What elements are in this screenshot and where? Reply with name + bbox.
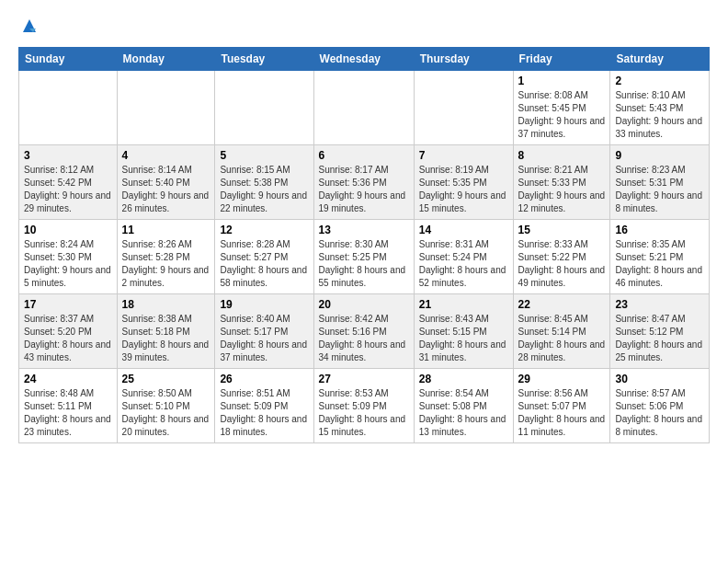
calendar-cell: 17Sunrise: 8:37 AMSunset: 5:20 PMDayligh… — [19, 293, 118, 368]
day-info: Sunrise: 8:57 AMSunset: 5:06 PMDaylight:… — [615, 387, 704, 439]
calendar-cell: 3Sunrise: 8:12 AMSunset: 5:42 PMDaylight… — [19, 144, 118, 219]
day-info: Sunrise: 8:12 AMSunset: 5:42 PMDaylight:… — [24, 164, 112, 215]
day-info: Sunrise: 8:15 AMSunset: 5:38 PMDaylight:… — [220, 164, 308, 215]
day-number: 6 — [319, 149, 409, 162]
calendar-cell — [215, 70, 313, 144]
calendar-cell: 18Sunrise: 8:38 AMSunset: 5:18 PMDayligh… — [117, 293, 215, 368]
calendar-cell: 14Sunrise: 8:31 AMSunset: 5:24 PMDayligh… — [414, 219, 513, 293]
day-number: 25 — [122, 373, 210, 385]
calendar-cell: 10Sunrise: 8:24 AMSunset: 5:30 PMDayligh… — [19, 219, 118, 293]
day-info: Sunrise: 8:43 AMSunset: 5:15 PMDaylight:… — [419, 313, 508, 364]
day-number: 15 — [518, 224, 606, 236]
calendar-cell: 20Sunrise: 8:42 AMSunset: 5:16 PMDayligh… — [313, 293, 414, 368]
day-info: Sunrise: 8:31 AMSunset: 5:24 PMDaylight:… — [419, 238, 508, 290]
week-row-3: 10Sunrise: 8:24 AMSunset: 5:30 PMDayligh… — [19, 219, 710, 293]
weekday-header-sunday: Sunday — [19, 47, 118, 70]
day-info: Sunrise: 8:17 AMSunset: 5:36 PMDaylight:… — [319, 164, 409, 215]
calendar-cell: 27Sunrise: 8:53 AMSunset: 5:09 PMDayligh… — [313, 368, 414, 442]
day-number: 5 — [220, 149, 308, 162]
day-info: Sunrise: 8:37 AMSunset: 5:20 PMDaylight:… — [24, 313, 112, 364]
weekday-header-row: SundayMondayTuesdayWednesdayThursdayFrid… — [19, 47, 710, 70]
calendar-cell: 11Sunrise: 8:26 AMSunset: 5:28 PMDayligh… — [117, 219, 215, 293]
calendar-cell: 8Sunrise: 8:21 AMSunset: 5:33 PMDaylight… — [513, 144, 610, 219]
week-row-1: 1Sunrise: 8:08 AMSunset: 5:45 PMDaylight… — [19, 70, 710, 144]
calendar-cell: 19Sunrise: 8:40 AMSunset: 5:17 PMDayligh… — [215, 293, 313, 368]
weekday-header-wednesday: Wednesday — [313, 47, 414, 70]
day-number: 20 — [319, 298, 409, 311]
logo-text — [18, 14, 40, 36]
calendar-cell: 4Sunrise: 8:14 AMSunset: 5:40 PMDaylight… — [117, 144, 215, 219]
day-info: Sunrise: 8:53 AMSunset: 5:09 PMDaylight:… — [319, 387, 409, 439]
day-info: Sunrise: 8:33 AMSunset: 5:22 PMDaylight:… — [518, 238, 606, 290]
page: SundayMondayTuesdayWednesdayThursdayFrid… — [0, 0, 728, 563]
week-row-2: 3Sunrise: 8:12 AMSunset: 5:42 PMDaylight… — [19, 144, 710, 219]
calendar-cell: 28Sunrise: 8:54 AMSunset: 5:08 PMDayligh… — [414, 368, 513, 442]
calendar-cell — [19, 70, 118, 144]
day-info: Sunrise: 8:08 AMSunset: 5:45 PMDaylight:… — [518, 89, 606, 141]
day-number: 24 — [24, 373, 112, 385]
calendar-cell: 6Sunrise: 8:17 AMSunset: 5:36 PMDaylight… — [313, 144, 414, 219]
day-number: 22 — [518, 298, 606, 311]
day-info: Sunrise: 8:10 AMSunset: 5:43 PMDaylight:… — [615, 89, 704, 141]
day-number: 16 — [615, 224, 704, 236]
day-number: 10 — [24, 224, 112, 236]
weekday-header-saturday: Saturday — [610, 47, 710, 70]
day-number: 29 — [518, 373, 606, 385]
day-number: 18 — [122, 298, 210, 311]
calendar-cell: 22Sunrise: 8:45 AMSunset: 5:14 PMDayligh… — [513, 293, 610, 368]
day-number: 12 — [220, 224, 308, 236]
logo — [18, 14, 40, 36]
day-info: Sunrise: 8:42 AMSunset: 5:16 PMDaylight:… — [319, 313, 409, 364]
day-info: Sunrise: 8:14 AMSunset: 5:40 PMDaylight:… — [122, 164, 210, 215]
day-number: 1 — [518, 75, 606, 87]
calendar-cell: 1Sunrise: 8:08 AMSunset: 5:45 PMDaylight… — [513, 70, 610, 144]
calendar-cell — [313, 70, 414, 144]
day-number: 17 — [24, 298, 112, 311]
day-number: 14 — [419, 224, 508, 236]
day-info: Sunrise: 8:28 AMSunset: 5:27 PMDaylight:… — [220, 238, 308, 290]
day-info: Sunrise: 8:19 AMSunset: 5:35 PMDaylight:… — [419, 164, 508, 215]
day-info: Sunrise: 8:26 AMSunset: 5:28 PMDaylight:… — [122, 238, 210, 290]
day-number: 13 — [319, 224, 409, 236]
day-number: 21 — [419, 298, 508, 311]
day-number: 23 — [615, 298, 704, 311]
calendar-cell: 7Sunrise: 8:19 AMSunset: 5:35 PMDaylight… — [414, 144, 513, 219]
day-number: 27 — [319, 373, 409, 385]
week-row-5: 24Sunrise: 8:48 AMSunset: 5:11 PMDayligh… — [19, 368, 710, 442]
weekday-header-tuesday: Tuesday — [215, 47, 313, 70]
calendar-cell: 26Sunrise: 8:51 AMSunset: 5:09 PMDayligh… — [215, 368, 313, 442]
day-number: 8 — [518, 149, 606, 162]
day-info: Sunrise: 8:54 AMSunset: 5:08 PMDaylight:… — [419, 387, 508, 439]
calendar-cell: 2Sunrise: 8:10 AMSunset: 5:43 PMDaylight… — [610, 70, 710, 144]
day-number: 30 — [615, 373, 704, 385]
day-number: 2 — [615, 75, 704, 87]
day-number: 11 — [122, 224, 210, 236]
calendar-cell: 21Sunrise: 8:43 AMSunset: 5:15 PMDayligh… — [414, 293, 513, 368]
calendar-cell: 24Sunrise: 8:48 AMSunset: 5:11 PMDayligh… — [19, 368, 118, 442]
day-info: Sunrise: 8:45 AMSunset: 5:14 PMDaylight:… — [518, 313, 606, 364]
weekday-header-thursday: Thursday — [414, 47, 513, 70]
day-info: Sunrise: 8:48 AMSunset: 5:11 PMDaylight:… — [24, 387, 112, 439]
day-number: 4 — [122, 149, 210, 162]
calendar-cell: 5Sunrise: 8:15 AMSunset: 5:38 PMDaylight… — [215, 144, 313, 219]
day-number: 19 — [220, 298, 308, 311]
calendar-cell: 29Sunrise: 8:56 AMSunset: 5:07 PMDayligh… — [513, 368, 610, 442]
day-number: 3 — [24, 149, 112, 162]
day-info: Sunrise: 8:30 AMSunset: 5:25 PMDaylight:… — [319, 238, 409, 290]
calendar-cell: 23Sunrise: 8:47 AMSunset: 5:12 PMDayligh… — [610, 293, 710, 368]
logo-icon — [19, 16, 40, 36]
calendar-cell — [414, 70, 513, 144]
calendar-cell: 12Sunrise: 8:28 AMSunset: 5:27 PMDayligh… — [215, 219, 313, 293]
day-info: Sunrise: 8:24 AMSunset: 5:30 PMDaylight:… — [24, 238, 112, 290]
calendar-cell: 13Sunrise: 8:30 AMSunset: 5:25 PMDayligh… — [313, 219, 414, 293]
day-number: 9 — [615, 149, 704, 162]
calendar-cell — [117, 70, 215, 144]
day-info: Sunrise: 8:47 AMSunset: 5:12 PMDaylight:… — [615, 313, 704, 364]
weekday-header-friday: Friday — [513, 47, 610, 70]
day-info: Sunrise: 8:23 AMSunset: 5:31 PMDaylight:… — [615, 164, 704, 215]
calendar-cell: 25Sunrise: 8:50 AMSunset: 5:10 PMDayligh… — [117, 368, 215, 442]
day-info: Sunrise: 8:51 AMSunset: 5:09 PMDaylight:… — [220, 387, 308, 439]
calendar-cell: 9Sunrise: 8:23 AMSunset: 5:31 PMDaylight… — [610, 144, 710, 219]
day-info: Sunrise: 8:40 AMSunset: 5:17 PMDaylight:… — [220, 313, 308, 364]
week-row-4: 17Sunrise: 8:37 AMSunset: 5:20 PMDayligh… — [19, 293, 710, 368]
